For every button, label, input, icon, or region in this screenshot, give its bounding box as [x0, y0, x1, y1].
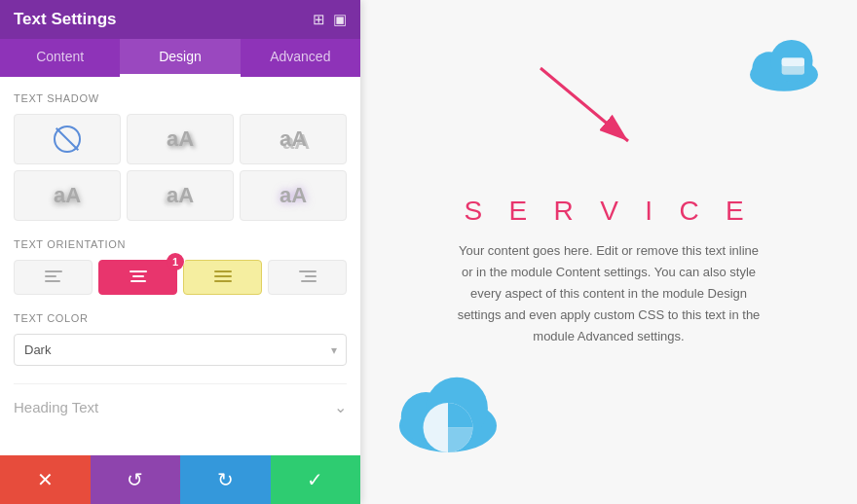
shadow-option-1[interactable]: aA — [127, 114, 234, 164]
orientation-buttons: 1 — [14, 260, 347, 295]
shadow-option-4[interactable]: aA — [127, 170, 234, 221]
cloud-right-icon — [740, 29, 828, 97]
align-left-icon — [45, 270, 62, 284]
svg-rect-7 — [214, 275, 232, 277]
shadow-option-none[interactable] — [14, 114, 121, 164]
chevron-down-icon: ⌄ — [334, 398, 347, 416]
align-right-icon — [299, 270, 317, 284]
no-shadow-icon — [54, 126, 81, 153]
orient-justify[interactable] — [183, 260, 262, 295]
service-title: S E R V I C E — [453, 196, 764, 227]
settings-panel: Text Settings ⊞ ▣ Content Design Advance… — [0, 0, 360, 504]
orient-right[interactable] — [268, 260, 347, 295]
settings-icon[interactable]: ▣ — [333, 11, 347, 28]
text-color-select-wrapper: Dark Light ▾ — [14, 334, 347, 366]
svg-rect-4 — [132, 275, 144, 277]
panel-footer: ✕ ↺ ↻ ✓ — [0, 455, 360, 504]
svg-rect-9 — [299, 270, 317, 272]
arrow-container — [531, 58, 648, 160]
text-shadow-label: Text Shadow — [14, 92, 347, 104]
shadow-sample-4: aA — [167, 183, 194, 208]
svg-rect-11 — [301, 280, 317, 282]
panel-title: Text Settings — [14, 10, 116, 29]
align-center-icon — [130, 270, 147, 284]
svg-rect-2 — [45, 280, 60, 282]
svg-line-13 — [540, 68, 628, 141]
preview-area: S E R V I C E Your content goes here. Ed… — [360, 0, 857, 504]
shadow-option-5[interactable]: aA — [240, 170, 347, 221]
text-color-section: Text Color Dark Light ▾ — [14, 312, 347, 366]
redo-button[interactable]: ↻ — [180, 455, 271, 504]
text-color-select[interactable]: Dark Light — [14, 334, 347, 366]
text-shadow-grid: aA aA aA aA aA — [14, 114, 347, 221]
svg-rect-8 — [214, 280, 232, 282]
shadow-sample-2: aA — [279, 126, 307, 152]
tab-content[interactable]: Content — [0, 39, 120, 77]
svg-rect-1 — [45, 275, 56, 277]
header-icons: ⊞ ▣ — [313, 11, 347, 28]
panel-tabs: Content Design Advanced — [0, 39, 360, 77]
svg-rect-10 — [305, 275, 317, 277]
shadow-option-3[interactable]: aA — [14, 170, 121, 221]
text-color-label: Text Color — [14, 312, 347, 324]
orient-center[interactable]: 1 — [98, 260, 177, 295]
heading-text-label: Heading Text — [14, 399, 98, 415]
svg-rect-3 — [130, 270, 147, 272]
svg-rect-0 — [45, 270, 62, 272]
service-content: S E R V I C E Your content goes here. Ed… — [453, 196, 764, 347]
svg-rect-22 — [782, 58, 804, 67]
orient-left[interactable] — [14, 260, 93, 295]
panel-content: Text Shadow aA aA aA aA aA Text Orientat — [0, 77, 360, 455]
tab-advanced[interactable]: Advanced — [241, 39, 360, 77]
shadow-sample-1: aA — [167, 126, 194, 152]
service-text: Your content goes here. Edit or remove t… — [453, 240, 764, 347]
cloud-left-icon — [390, 364, 506, 461]
text-orientation-section: Text Orientation 1 — [14, 238, 347, 295]
reset-button[interactable]: ↺ — [91, 455, 181, 504]
heading-text-row[interactable]: Heading Text ⌄ — [14, 383, 347, 426]
cancel-button[interactable]: ✕ — [0, 455, 91, 504]
shadow-option-2[interactable]: aA — [240, 114, 347, 164]
selection-badge: 1 — [168, 252, 185, 270]
align-justify-icon — [214, 270, 232, 284]
resize-icon[interactable]: ⊞ — [313, 11, 325, 28]
cloud-left — [390, 364, 506, 465]
cloud-right — [740, 29, 828, 101]
svg-rect-6 — [214, 270, 232, 272]
svg-rect-5 — [130, 280, 146, 282]
save-button[interactable]: ✓ — [271, 455, 361, 504]
panel-header: Text Settings ⊞ ▣ — [0, 0, 360, 39]
arrow-icon — [531, 58, 648, 156]
shadow-sample-3: aA — [54, 183, 81, 208]
text-orientation-label: Text Orientation — [14, 238, 347, 250]
tab-design[interactable]: Design — [120, 39, 240, 77]
shadow-sample-5: aA — [279, 183, 307, 208]
